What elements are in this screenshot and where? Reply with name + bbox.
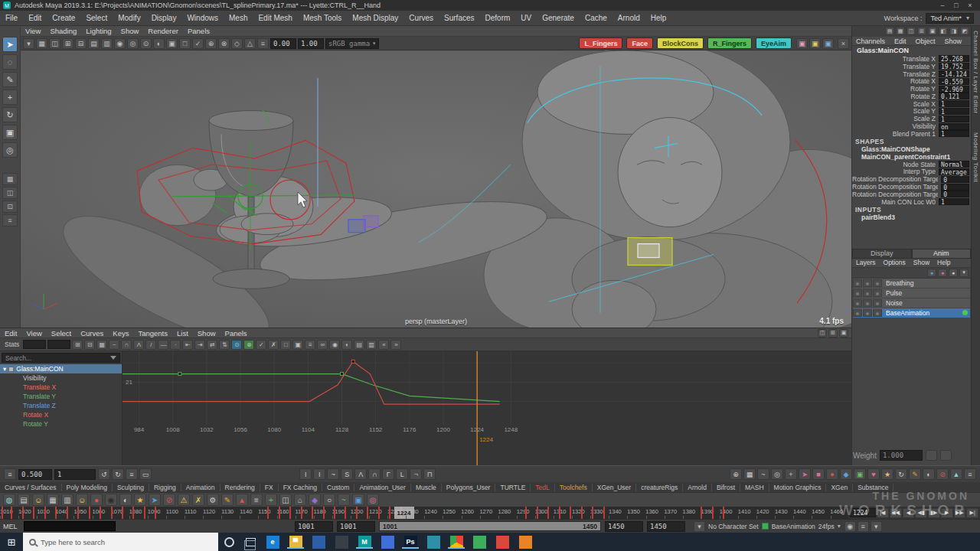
shelf-tab[interactable]: creatureRigs xyxy=(636,484,683,491)
character-set-label[interactable]: No Character Set xyxy=(708,523,759,530)
current-frame-field[interactable]: 1224 xyxy=(850,508,876,517)
tab-modeling-toolkit[interactable]: Modeling Toolkit xyxy=(972,132,979,182)
menu-item[interactable]: Modify xyxy=(113,14,145,22)
anim-layer-row[interactable]: BaseAnimation xyxy=(853,308,970,318)
tangent-type-button[interactable]: Γ xyxy=(382,468,394,480)
viewport-toolbar-icon[interactable]: ◎ xyxy=(127,38,139,49)
graph-toolbar-icon[interactable]: □ xyxy=(280,340,291,350)
anim-end-field[interactable]: 1450 xyxy=(605,521,643,532)
viewport-toolbar-icon[interactable]: ⊟ xyxy=(75,38,87,49)
shelf-tab[interactable]: Toolchefs xyxy=(555,484,593,491)
maximize-button[interactable]: □ xyxy=(949,2,963,9)
transport-button[interactable]: |◀ xyxy=(877,508,889,518)
channel-value-field[interactable]: Average xyxy=(939,168,969,175)
tree-channel-item[interactable]: Translate Z xyxy=(0,401,122,410)
channel-row[interactable]: Scale Y 1 xyxy=(852,108,971,116)
graph-toolbar-icon[interactable]: ∩ xyxy=(121,340,132,350)
picker-set-button[interactable]: L_Fingers xyxy=(579,37,622,49)
minimize-button[interactable]: – xyxy=(936,2,949,9)
channel-row[interactable]: Rotation Decomposition Target Y 0 xyxy=(852,183,971,191)
search-input[interactable]: Search... xyxy=(2,353,120,363)
layer-mute-toggle[interactable] xyxy=(853,279,862,287)
graph-panel-icon[interactable]: ⊞ xyxy=(828,329,838,337)
menu-item[interactable]: UV xyxy=(515,14,537,22)
shelf-tool-icon[interactable]: ⚙ xyxy=(207,494,219,506)
channel-row[interactable]: Main CON Loc W0 1 xyxy=(852,198,971,206)
viewport-toolbar-icon[interactable]: ⊗ xyxy=(218,38,230,49)
channel-row[interactable]: Rotate X -0.559 xyxy=(852,77,971,85)
shelf-tab[interactable]: Arnold xyxy=(683,484,712,491)
viewport-canvas[interactable]: persp (masterLayer) 4.1 fps xyxy=(21,51,851,328)
viewport-toolbar-icon[interactable]: ⊕ xyxy=(205,38,217,49)
taskbar-app-icon[interactable] xyxy=(445,536,468,549)
shelf-tool-icon[interactable]: + xyxy=(265,494,277,506)
graph-toolbar-icon[interactable]: ✗ xyxy=(268,340,279,350)
taskbar-app-icon[interactable]: Ps xyxy=(399,536,422,549)
taskbar-app-icon[interactable]: M xyxy=(353,536,376,549)
tool-icon[interactable]: + xyxy=(2,90,18,105)
input-node-name[interactable]: pairBlend3 xyxy=(852,214,971,221)
tree-channel-item[interactable]: Rotate Y xyxy=(0,419,122,429)
taskbar-app-icon[interactable] xyxy=(491,536,514,549)
time-slider[interactable]: 1010102010301040105010601070108010901100… xyxy=(0,507,848,519)
menu-icon[interactable]: ≡ xyxy=(4,468,16,480)
graph-editor-menu-item[interactable]: List xyxy=(172,329,193,337)
layer-lock-toggle[interactable] xyxy=(873,289,882,297)
shelf-tool-icon[interactable]: ★ xyxy=(134,494,146,506)
shelf-tab[interactable]: MASH xyxy=(740,484,769,491)
shelf-tab[interactable]: Bifrost xyxy=(712,484,740,491)
shelf-tool-icon[interactable]: ◎ xyxy=(367,494,379,506)
channel-value-field[interactable]: 0.121 xyxy=(939,93,969,99)
panel-icon[interactable]: ◩ xyxy=(960,27,969,35)
layer-editor-menu-item[interactable]: Layers xyxy=(852,259,880,267)
shelf-tab[interactable]: Sculpting xyxy=(113,484,149,491)
exposure-field[interactable]: 0.00 xyxy=(270,38,296,49)
shelf-tool-icon[interactable]: ▦ xyxy=(47,494,59,506)
viewport-mini-icon[interactable]: ▣ xyxy=(796,38,808,49)
channel-box-menu-item[interactable]: Show xyxy=(941,37,966,45)
channel-box-menu-item[interactable]: Channels xyxy=(852,37,889,45)
shelf-tab[interactable]: Animation_User xyxy=(354,484,410,491)
menu-item[interactable]: Deform xyxy=(480,14,516,22)
shelf-tool-icon[interactable]: ~ xyxy=(338,494,350,506)
tangent-type-button[interactable]: Λ xyxy=(354,468,367,480)
channel-row[interactable]: Rotate Z 0.121 xyxy=(852,93,971,100)
taskbar-app-icon[interactable] xyxy=(330,536,353,549)
panel-icon[interactable]: ▦ xyxy=(896,27,905,35)
menu-item[interactable]: Cache xyxy=(580,14,612,22)
channel-row[interactable]: Interp Type Average xyxy=(852,168,971,176)
graph-panel-icon[interactable]: ◫ xyxy=(818,329,827,337)
channel-row[interactable]: Blend Parent 1 1 xyxy=(852,130,971,138)
tangent-type-button[interactable]: L xyxy=(396,468,408,480)
playback-option-icon[interactable]: ≡ xyxy=(858,521,869,532)
anim-toolbar-icon[interactable]: ▭ xyxy=(139,468,152,480)
channel-row[interactable]: Rotation Decomposition Target Z 0 xyxy=(852,191,971,198)
shelf-tab[interactable]: XGen xyxy=(826,484,853,491)
layer-editor-menu-item[interactable]: Show xyxy=(910,259,933,267)
tangent-type-button[interactable]: I xyxy=(313,468,325,480)
menu-item[interactable]: Curves xyxy=(403,14,439,22)
channel-object-name[interactable]: Glass:MainCON xyxy=(852,46,971,55)
picker-set-button[interactable]: BlockCons xyxy=(657,37,704,49)
channel-row[interactable]: Scale X 1 xyxy=(852,100,971,108)
channel-value-field[interactable]: 0 xyxy=(941,191,969,197)
menu-item[interactable]: File xyxy=(0,14,23,22)
menu-item[interactable]: Mesh Tools xyxy=(298,14,347,22)
tool-icon[interactable]: ⊡ xyxy=(2,201,18,213)
viewport-toolbar-icon[interactable]: ▦ xyxy=(36,38,47,49)
anim-start-field[interactable]: 1001 xyxy=(337,521,375,532)
anim-toolbar-icon[interactable]: ≡ xyxy=(126,468,138,480)
layer-editor-tab[interactable]: Anim xyxy=(912,249,972,259)
layer-editor-tab[interactable]: Display xyxy=(852,249,912,259)
shelf-tab[interactable]: Muscle xyxy=(411,484,442,491)
tab-channel-box[interactable]: Channel Box / Layer Editor xyxy=(972,31,979,114)
graph-toolbar-icon[interactable]: ≡ xyxy=(305,340,315,350)
viewport-toolbar-icon[interactable]: ◐ xyxy=(153,38,165,49)
task-view-button[interactable] xyxy=(240,533,261,551)
layer-mute-toggle[interactable] xyxy=(853,309,862,317)
channel-value-field[interactable]: 1 xyxy=(939,108,969,115)
range-slider[interactable]: 1001 1450 xyxy=(379,521,601,531)
transport-button[interactable]: ◀◀ xyxy=(890,508,902,518)
shelf-tab[interactable]: FX xyxy=(260,484,279,491)
shelf-tool-icon[interactable]: ▥ xyxy=(61,494,74,506)
